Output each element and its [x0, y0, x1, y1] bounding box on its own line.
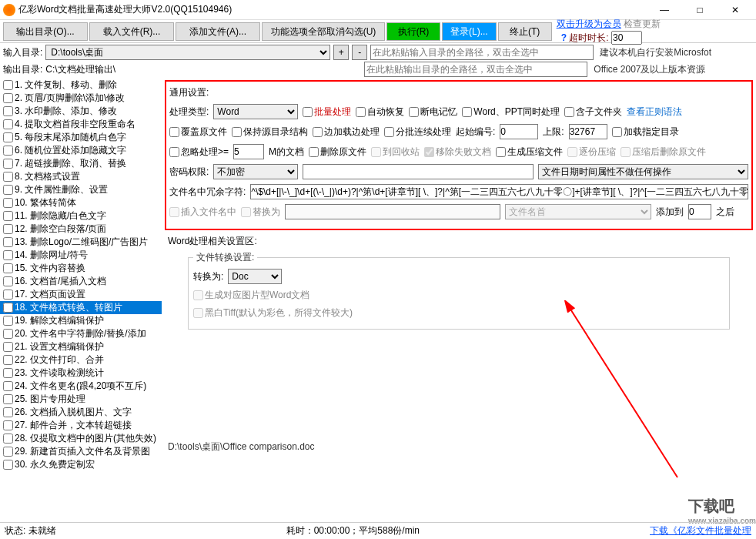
while-loading-checkbox[interactable]: [313, 127, 323, 137]
sidebar-item-24[interactable]: 24. 文件名更名(跟4,20项不互斥): [0, 380, 162, 393]
sidebar-item-7[interactable]: 7. 超链接删除、取消、替换: [0, 157, 162, 170]
sidebar-checkbox-11[interactable]: [3, 211, 13, 221]
sidebar-checkbox-18[interactable]: [3, 303, 13, 313]
paste-input-path[interactable]: [370, 45, 594, 60]
sidebar-checkbox-26[interactable]: [3, 407, 13, 417]
batch-checkbox[interactable]: [303, 107, 313, 117]
sidebar-item-28[interactable]: 28. 仅提取文档中的图片(其他失效): [0, 432, 162, 445]
sidebar-item-1[interactable]: 1. 文件复制、移动、删除: [0, 79, 162, 92]
batch-seq-checkbox[interactable]: [384, 127, 394, 137]
sidebar-checkbox-22[interactable]: [3, 355, 13, 365]
add-files-button[interactable]: 添加文件(A)...: [176, 22, 260, 41]
sidebar-item-16[interactable]: 16. 文档首/尾插入文档: [0, 275, 162, 288]
feature-options-button[interactable]: 功能选项全部取消勾选(U): [262, 22, 385, 41]
sidebar-checkbox-28[interactable]: [3, 434, 13, 444]
pwd-input[interactable]: [303, 164, 534, 179]
ignore-checkbox[interactable]: [169, 147, 179, 157]
sidebar-item-14[interactable]: 14. 删除网址/符号: [0, 249, 162, 262]
sidebar-item-13[interactable]: 13. 删除Logo/二维码图/广告图片: [0, 236, 162, 249]
upgrade-link[interactable]: 双击升级为会员: [557, 18, 621, 29]
sidebar-item-20[interactable]: 20. 文件名中字符删除/替换/添加: [0, 327, 162, 340]
help-icon[interactable]: ?: [561, 32, 567, 43]
sidebar-checkbox-19[interactable]: [3, 316, 13, 326]
sidebar-checkbox-3[interactable]: [3, 106, 13, 116]
sidebar-checkbox-10[interactable]: [3, 198, 13, 208]
login-button[interactable]: 登录(L)...: [442, 22, 497, 41]
sidebar-checkbox-21[interactable]: [3, 342, 13, 352]
remove-dir-button[interactable]: -: [352, 45, 367, 60]
word-ppt-checkbox[interactable]: [462, 107, 472, 117]
sidebar-checkbox-13[interactable]: [3, 237, 13, 247]
auto-recover-checkbox[interactable]: [356, 107, 366, 117]
sidebar-checkbox-9[interactable]: [3, 185, 13, 195]
sidebar-checkbox-24[interactable]: [3, 381, 13, 391]
sidebar-item-19[interactable]: 19. 解除文档编辑保护: [0, 314, 162, 327]
sidebar-checkbox-8[interactable]: [3, 172, 13, 182]
paste-output-path[interactable]: [364, 62, 587, 77]
sidebar-item-3[interactable]: 3. 水印删除、添加、修改: [0, 105, 162, 118]
sidebar-item-29[interactable]: 29. 新建首页插入文件名及背景图: [0, 445, 162, 458]
load-spec-checkbox[interactable]: [612, 127, 622, 137]
execute-button[interactable]: 执行(R): [386, 22, 440, 41]
sidebar-item-30[interactable]: 30. 永久免费定制宏: [0, 458, 162, 471]
sidebar-item-2[interactable]: 2. 页眉/页脚删除\添加\修改: [0, 92, 162, 105]
sidebar-item-21[interactable]: 21. 设置文档编辑保护: [0, 340, 162, 353]
sidebar-item-9[interactable]: 9. 文件属性删除、设置: [0, 183, 162, 196]
sidebar-item-10[interactable]: 10. 繁体转简体: [0, 196, 162, 209]
del-src-checkbox[interactable]: [309, 147, 319, 157]
load-files-button[interactable]: 载入文件(R)...: [89, 22, 174, 41]
gen-zip-checkbox[interactable]: [496, 147, 506, 157]
sidebar-checkbox-17[interactable]: [3, 290, 13, 300]
add-to-input[interactable]: [688, 204, 711, 219]
sidebar-item-22[interactable]: 22. 仅文件打印、合并: [0, 353, 162, 367]
sidebar-checkbox-2[interactable]: [3, 93, 13, 103]
sidebar-checkbox-25[interactable]: [3, 394, 13, 404]
sidebar-checkbox-23[interactable]: [3, 368, 13, 378]
sidebar-checkbox-16[interactable]: [3, 276, 13, 286]
timeout-input[interactable]: [611, 31, 642, 45]
sidebar-checkbox-15[interactable]: [3, 263, 13, 273]
pwd-select[interactable]: 不加密: [213, 164, 298, 179]
sidebar-item-6[interactable]: 6. 随机位置处添加隐藏文字: [0, 144, 162, 157]
sidebar-item-25[interactable]: 25. 图片专用处理: [0, 393, 162, 406]
sidebar-checkbox-4[interactable]: [3, 119, 13, 129]
sidebar-checkbox-29[interactable]: [3, 447, 13, 457]
view-regex-link[interactable]: 查看正则语法: [627, 105, 682, 119]
sidebar-checkbox-1[interactable]: [3, 80, 13, 90]
sidebar-item-23[interactable]: 23. 文件读取检测统计: [0, 367, 162, 380]
close-button[interactable]: ✕: [718, 0, 753, 20]
sidebar-item-11[interactable]: 11. 删除隐藏/白色文字: [0, 209, 162, 223]
sidebar-item-26[interactable]: 26. 文档插入脱机图片、文字: [0, 406, 162, 419]
overwrite-checkbox[interactable]: [169, 127, 179, 137]
sidebar-item-4[interactable]: 4. 提取文档首段非空段重命名: [0, 118, 162, 131]
sidebar-checkbox-6[interactable]: [3, 146, 13, 156]
sidebar-checkbox-5[interactable]: [3, 132, 13, 142]
sidebar-item-15[interactable]: 15. 文件内容替换: [0, 262, 162, 275]
include-sub-checkbox[interactable]: [564, 107, 574, 117]
sidebar-checkbox-30[interactable]: [3, 460, 13, 470]
convert-select[interactable]: Doc: [228, 269, 282, 284]
stop-button[interactable]: 终止(T): [498, 22, 552, 41]
limit-input[interactable]: [569, 124, 607, 139]
sidebar-item-18[interactable]: 18. 文件格式转换、转图片: [0, 301, 162, 314]
sidebar-checkbox-7[interactable]: [3, 159, 13, 169]
output-dir-button[interactable]: 输出目录(O)...: [3, 22, 88, 41]
download-link[interactable]: 下载《亿彩文件批量处理: [650, 525, 751, 536]
mem-off-checkbox[interactable]: [409, 107, 419, 117]
sidebar-item-12[interactable]: 12. 删除空白段落/页面: [0, 223, 162, 236]
sidebar-item-8[interactable]: 8. 文档格式设置: [0, 170, 162, 183]
keep-struct-checkbox[interactable]: [232, 127, 242, 137]
sidebar-checkbox-12[interactable]: [3, 224, 13, 234]
minimize-button[interactable]: —: [647, 0, 682, 20]
input-dir-select[interactable]: D:\tools\桌面: [45, 45, 330, 60]
type-select[interactable]: Word: [213, 104, 298, 119]
maximize-button[interactable]: □: [682, 0, 718, 20]
start-no-input[interactable]: [500, 124, 538, 139]
check-update-link[interactable]: 检查更新: [624, 18, 661, 29]
add-dir-button[interactable]: +: [333, 45, 349, 60]
sidebar-item-17[interactable]: 17. 文档页面设置: [0, 288, 162, 301]
ignore-value-input[interactable]: [233, 144, 264, 159]
sidebar-item-27[interactable]: 27. 邮件合并，文本转超链接: [0, 419, 162, 432]
redundant-pattern-input[interactable]: [250, 184, 748, 199]
sidebar-checkbox-14[interactable]: [3, 250, 13, 260]
